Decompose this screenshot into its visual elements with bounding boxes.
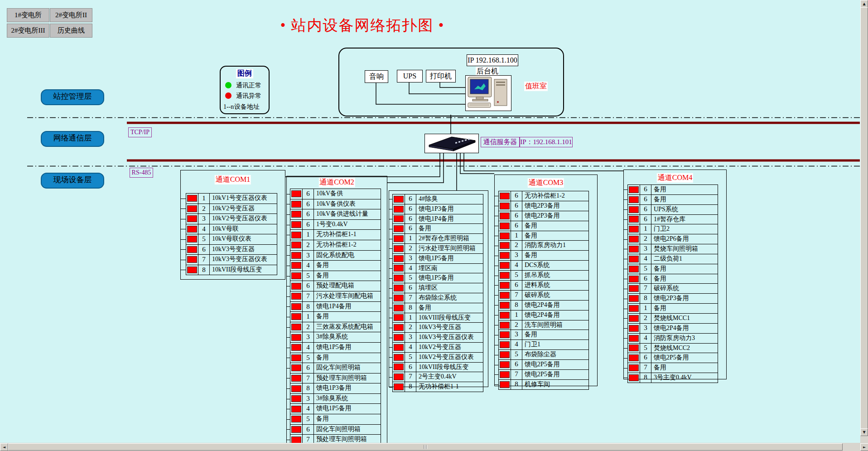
- device-address: 5: [511, 350, 522, 359]
- nav-button-history-curve[interactable]: 历史曲线: [50, 24, 92, 38]
- ups-device-box: UPS: [397, 70, 423, 82]
- comm-status-indicator: [394, 215, 404, 222]
- backend-ip-label: IP 192.168.1.100: [467, 54, 518, 66]
- device-address: 1: [405, 313, 416, 323]
- device-name: 破碎系统: [522, 291, 588, 300]
- scroll-left-arrow[interactable]: ◄: [0, 443, 8, 451]
- comm-status-indicator: [500, 203, 510, 209]
- nav-button-substation1[interactable]: 1#变电所: [7, 8, 49, 22]
- device-row: 4消防泵房动力3: [628, 334, 718, 344]
- device-name: 布袋除尘系统: [416, 293, 483, 303]
- comm-status-indicator: [500, 272, 510, 279]
- device-address: 6: [303, 189, 314, 199]
- comm-status-indicator: [500, 193, 510, 199]
- device-address: 6: [405, 224, 416, 233]
- device-address: 6: [405, 283, 416, 293]
- device-row: 7备用: [628, 363, 718, 373]
- comm-status-indicator: [629, 305, 639, 312]
- comm-status-indicator: [187, 246, 197, 253]
- device-name: 抓吊系统: [522, 271, 588, 280]
- device-name: 馈电2P5备用: [522, 370, 588, 379]
- device-name: 10kV1号变压器仪表: [210, 194, 277, 204]
- device-row: 61#暂存仓库: [628, 215, 718, 225]
- device-address: 8: [640, 373, 651, 383]
- channel-title: 通道COM4: [657, 173, 693, 183]
- device-address: 1: [511, 231, 522, 241]
- device-address: 7: [405, 293, 416, 303]
- comm-status-indicator: [291, 406, 301, 412]
- horizontal-scroll-thumb[interactable]: [8, 443, 843, 451]
- horizontal-scrollbar[interactable]: ◄ ►: [0, 443, 868, 451]
- device-address: 6: [303, 220, 314, 230]
- device-row: 2洗车间照明箱: [499, 320, 588, 330]
- nav-button-substation2-II[interactable]: 2#变电所II: [50, 8, 92, 22]
- legend-item-address: 1--n设备地址: [223, 103, 265, 110]
- device-row: 110kV1号变压器仪表: [186, 194, 277, 204]
- vertical-scroll-thumb[interactable]: [860, 7, 868, 429]
- device-row: 8馈电1P3备用: [290, 383, 381, 394]
- scroll-up-arrow[interactable]: ▲: [860, 0, 868, 8]
- device-row: 6固化车间照明箱: [290, 425, 381, 435]
- comm-status-indicator: [291, 354, 301, 361]
- device-address: 5: [405, 353, 416, 362]
- device-row: 5布袋除尘器: [499, 350, 588, 360]
- comm-status-indicator: [291, 385, 301, 392]
- scroll-down-arrow[interactable]: ▼: [860, 428, 868, 436]
- device-row: 6固化车间照明箱: [290, 363, 381, 373]
- device-name: 备用: [651, 185, 718, 194]
- device-name: 10kVII段母线压变: [416, 363, 483, 372]
- device-row: 6备用: [628, 274, 718, 284]
- device-row: 1无功补偿柜1-1: [290, 230, 381, 240]
- device-address: 6: [511, 201, 522, 211]
- device-name: 备用: [651, 304, 718, 313]
- comm-server-device-icon: [424, 134, 479, 153]
- device-table: 610kV备供610kV备供仪表610kV备供进线计量61号变0.4kV1无功补…: [290, 189, 381, 451]
- device-address: 6: [640, 215, 651, 224]
- comm-status-indicator: [291, 262, 301, 269]
- layer-label-network-comm: 网络通信层: [41, 131, 104, 147]
- comm-status-indicator: [500, 341, 510, 348]
- device-row: 4馈电1P5备用: [290, 404, 381, 414]
- device-name: 10kV母联仪表: [210, 234, 277, 244]
- comm-status-indicator: [629, 236, 639, 242]
- device-row: 3固化系统配电: [290, 251, 381, 261]
- device-address: 4: [303, 343, 314, 353]
- device-address: 3: [511, 251, 522, 260]
- device-row: 1备用: [628, 304, 718, 314]
- device-row: 6备用: [628, 185, 718, 195]
- device-address: 4: [640, 254, 651, 264]
- comm-status-indicator: [500, 371, 510, 378]
- comm-status-indicator: [500, 331, 510, 338]
- device-row: 5备用: [290, 414, 381, 425]
- device-row: 410kV2号变压器: [393, 343, 483, 353]
- device-address: 5: [303, 353, 314, 363]
- device-row: 5备用: [628, 264, 718, 274]
- device-name: 馈电2P4备用: [522, 301, 588, 310]
- comm-status-indicator: [629, 276, 639, 282]
- device-row: 2污水处理车间照明箱: [393, 244, 483, 254]
- device-name: 备用: [522, 330, 588, 339]
- device-name: 进料系统: [522, 281, 588, 290]
- comm-status-indicator: [291, 426, 301, 433]
- device-address: 6: [405, 194, 416, 204]
- device-address: 1: [405, 234, 416, 243]
- comm-status-indicator: [394, 354, 404, 361]
- vertical-scrollbar[interactable]: ▲ ▼: [860, 0, 868, 443]
- nav-button-substation2-III[interactable]: 2#变电所III: [7, 24, 49, 38]
- device-row: 6UPS系统: [628, 205, 718, 215]
- device-row: 4馈电1P5备用: [290, 343, 381, 353]
- comm-status-indicator: [291, 324, 301, 330]
- comm-status-indicator: [394, 285, 404, 291]
- device-row: 4DCS系统: [499, 261, 588, 271]
- comm-status-indicator: [500, 322, 510, 329]
- scroll-right-arrow[interactable]: ►: [860, 443, 868, 451]
- comm-status-indicator: [394, 324, 404, 331]
- comm-status-indicator: [500, 223, 510, 229]
- device-row: 210kV3号变压器: [393, 323, 483, 333]
- device-address: 3: [640, 324, 651, 333]
- device-row: 510kV母联仪表: [186, 234, 277, 245]
- comm-status-indicator: [629, 285, 639, 292]
- device-name: 备用: [522, 251, 588, 260]
- device-name: 布袋除尘器: [522, 350, 588, 359]
- comm-status-indicator: [394, 383, 404, 390]
